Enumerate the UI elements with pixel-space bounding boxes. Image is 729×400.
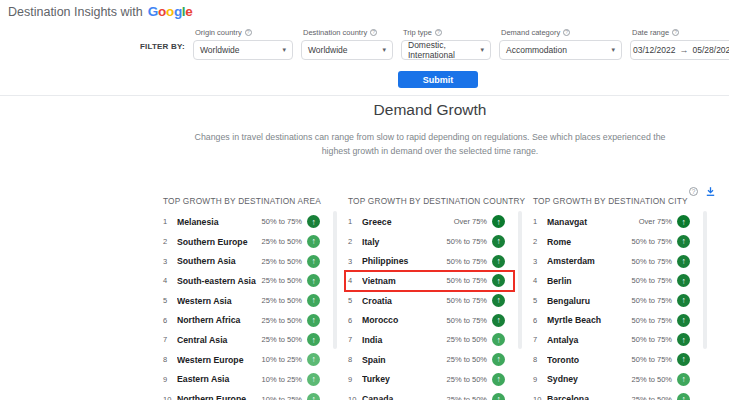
filter-field-trip-type: Trip type?Domestic, International▾ bbox=[401, 28, 491, 60]
growth-up-arrow-icon: ↑ bbox=[492, 373, 505, 386]
filter-field-label-text: Demand category bbox=[501, 28, 560, 37]
demand-category-select[interactable]: Accommodation▾ bbox=[499, 40, 622, 60]
table-row[interactable]: 4Berlin50% to 75%↑ bbox=[533, 271, 698, 291]
date-range-input[interactable]: 03/12/2022→05/28/2022 bbox=[630, 40, 729, 60]
table-row[interactable]: 4Vietnam50% to 75%↑ bbox=[348, 271, 513, 291]
column-scrollbar[interactable] bbox=[518, 211, 522, 349]
table-row[interactable]: 8Spain25% to 50%↑ bbox=[348, 350, 513, 370]
filter-field-label-trip-type: Trip type? bbox=[401, 28, 491, 37]
table-row[interactable]: 6Northern Africa25% to 50%↑ bbox=[163, 310, 328, 330]
table-row[interactable]: 7India25% to 50%↑ bbox=[348, 330, 513, 350]
google-logo-letter-1: o bbox=[158, 4, 166, 19]
growth-up-arrow-icon: ↑ bbox=[307, 393, 320, 400]
column-scrollbar[interactable] bbox=[703, 211, 707, 349]
destination-name: Croatia bbox=[362, 296, 447, 306]
table-row[interactable]: 2Italy50% to 75%↑ bbox=[348, 232, 513, 252]
destination-name: Central Asia bbox=[177, 335, 262, 345]
table-row[interactable]: 9Eastern Asia10% to 25%↑ bbox=[163, 370, 328, 390]
table-row[interactable]: 6Myrtle Beach50% to 75%↑ bbox=[533, 310, 698, 330]
growth-up-arrow-icon: ↑ bbox=[492, 215, 505, 228]
divider bbox=[0, 95, 729, 96]
table-row[interactable]: 5Western Asia25% to 50%↑ bbox=[163, 291, 328, 311]
table-row[interactable]: 4South-eastern Asia25% to 50%↑ bbox=[163, 271, 328, 291]
table-row[interactable]: 8Toronto50% to 75%↑ bbox=[533, 350, 698, 370]
growth-up-arrow-icon: ↑ bbox=[307, 314, 320, 327]
destination-name: Spain bbox=[362, 355, 447, 365]
growth-up-arrow-icon: ↑ bbox=[307, 274, 320, 287]
row-rank: 3 bbox=[163, 257, 177, 266]
growth-range: 25% to 50% bbox=[447, 395, 487, 400]
table-row[interactable]: 1Melanesia50% to 75%↑ bbox=[163, 212, 328, 232]
growth-range: 50% to 75% bbox=[632, 237, 672, 246]
table-row[interactable]: 3Philippines50% to 75%↑ bbox=[348, 251, 513, 271]
destination-name: Western Asia bbox=[177, 296, 262, 306]
destination-name: Philippines bbox=[362, 256, 447, 266]
page-title: Destination Insights with bbox=[8, 5, 143, 19]
table-row[interactable]: 3Amsterdam50% to 75%↑ bbox=[533, 251, 698, 271]
growth-column-2: TOP GROWTH BY DESTINATION CITY1ManavgatO… bbox=[533, 196, 698, 400]
row-rank: 4 bbox=[348, 276, 362, 285]
submit-button[interactable]: Submit bbox=[398, 71, 478, 88]
destination-name: Barcelona bbox=[547, 394, 632, 400]
column-rows: 1ManavgatOver 75%↑2Rome50% to 75%↑3Amste… bbox=[533, 212, 698, 400]
table-row[interactable]: 10Canada25% to 50%↑ bbox=[348, 389, 513, 400]
destination-country-select[interactable]: Worldwide▾ bbox=[301, 40, 393, 60]
table-row[interactable]: 5Croatia50% to 75%↑ bbox=[348, 291, 513, 311]
growth-up-arrow-icon: ↑ bbox=[307, 353, 320, 366]
table-row[interactable]: 6Morocco50% to 75%↑ bbox=[348, 310, 513, 330]
section-subtitle: Changes in travel destinations can range… bbox=[115, 130, 729, 158]
help-icon[interactable]: ? bbox=[245, 29, 252, 36]
help-icon[interactable]: ? bbox=[370, 29, 377, 36]
google-logo-letter-0: G bbox=[148, 4, 158, 19]
destination-name: Vietnam bbox=[362, 276, 447, 286]
destination-name: Northern Africa bbox=[177, 315, 262, 325]
destination-country-value: Worldwide bbox=[308, 45, 348, 55]
filter-field-label-destination-country: Destination country? bbox=[301, 28, 393, 37]
row-rank: 8 bbox=[533, 355, 547, 364]
growth-column-0: TOP GROWTH BY DESTINATION AREA1Melanesia… bbox=[163, 196, 328, 400]
column-scrollbar[interactable] bbox=[333, 211, 337, 349]
table-row[interactable]: 9Sydney25% to 50%↑ bbox=[533, 370, 698, 390]
table-row[interactable]: 7Antalya50% to 75%↑ bbox=[533, 330, 698, 350]
download-icon[interactable] bbox=[705, 186, 716, 197]
table-row[interactable]: 9Turkey25% to 50%↑ bbox=[348, 370, 513, 390]
row-rank: 9 bbox=[348, 375, 362, 384]
google-logo-letter-5: e bbox=[185, 4, 192, 19]
help-icon[interactable]: ? bbox=[563, 29, 570, 36]
origin-country-select[interactable]: Worldwide▾ bbox=[193, 40, 293, 60]
filter-field-destination-country: Destination country?Worldwide▾ bbox=[301, 28, 393, 60]
table-row[interactable]: 2Rome50% to 75%↑ bbox=[533, 232, 698, 252]
table-row[interactable]: 2Southern Europe25% to 50%↑ bbox=[163, 232, 328, 252]
filter-field-label-text: Origin country bbox=[195, 28, 242, 37]
destination-name: Greece bbox=[362, 217, 454, 227]
table-row[interactable]: 8Western Europe10% to 25%↑ bbox=[163, 350, 328, 370]
row-rank: 6 bbox=[163, 316, 177, 325]
table-row[interactable]: 10Northern Europe10% to 25%↑ bbox=[163, 389, 328, 400]
growth-up-arrow-icon: ↑ bbox=[677, 373, 690, 386]
help-icon[interactable]: ? bbox=[435, 29, 442, 36]
growth-range: 10% to 25% bbox=[262, 395, 302, 400]
row-rank: 3 bbox=[533, 257, 547, 266]
help-icon[interactable]: ? bbox=[672, 29, 679, 36]
row-rank: 1 bbox=[533, 217, 547, 226]
table-row[interactable]: 1ManavgatOver 75%↑ bbox=[533, 212, 698, 232]
filter-field-label-text: Destination country bbox=[303, 28, 367, 37]
destination-name: Toronto bbox=[547, 355, 632, 365]
growth-up-arrow-icon: ↑ bbox=[492, 274, 505, 287]
destination-name: Rome bbox=[547, 237, 632, 247]
trip-type-select[interactable]: Domestic, International▾ bbox=[401, 40, 491, 60]
table-row[interactable]: 7Central Asia25% to 50%↑ bbox=[163, 330, 328, 350]
date-end: 05/28/2022 bbox=[693, 45, 729, 55]
destination-name: Antalya bbox=[547, 335, 632, 345]
table-row[interactable]: 3Southern Asia25% to 50%↑ bbox=[163, 251, 328, 271]
row-rank: 6 bbox=[533, 316, 547, 325]
table-row[interactable]: 10Barcelona25% to 50%↑ bbox=[533, 389, 698, 400]
growth-up-arrow-icon: ↑ bbox=[677, 274, 690, 287]
row-rank: 7 bbox=[533, 335, 547, 344]
table-row[interactable]: 5Bengaluru50% to 75%↑ bbox=[533, 291, 698, 311]
table-row[interactable]: 1GreeceOver 75%↑ bbox=[348, 212, 513, 232]
growth-up-arrow-icon: ↑ bbox=[677, 393, 690, 400]
growth-range: 25% to 50% bbox=[262, 316, 302, 325]
row-rank: 9 bbox=[533, 375, 547, 384]
help-icon[interactable]: ? bbox=[689, 187, 698, 196]
